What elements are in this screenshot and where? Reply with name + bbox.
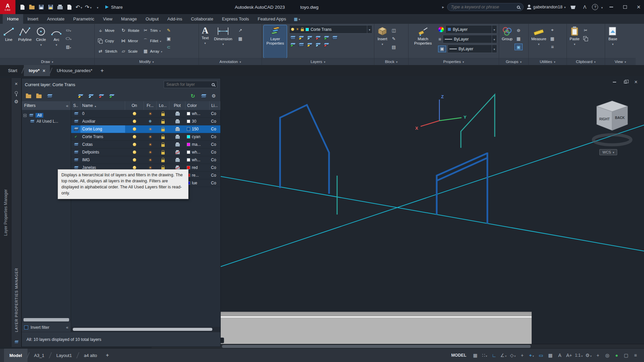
plot-icon[interactable]: [175, 143, 180, 146]
ungroup-button[interactable]: [515, 27, 522, 33]
paste-button[interactable]: Paste: [569, 25, 581, 58]
new-file-button[interactable]: [18, 2, 27, 12]
unlock-icon[interactable]: [161, 160, 165, 162]
new-layer-button[interactable]: [76, 93, 84, 99]
customize-qat-button[interactable]: [93, 2, 102, 12]
help-search-box[interactable]: [447, 3, 524, 11]
id-point-button[interactable]: [549, 27, 556, 33]
plot-icon[interactable]: [175, 159, 180, 162]
plot-icon[interactable]: [175, 113, 180, 116]
new-layout-button[interactable]: [102, 352, 112, 358]
scrollbar-thumb[interactable]: [73, 328, 212, 331]
table-button[interactable]: [236, 36, 244, 42]
column-lock[interactable]: Lo...: [157, 101, 169, 110]
help-dropdown-icon[interactable]: [601, 4, 603, 10]
ribbon-tab-express-tools[interactable]: Express Tools: [218, 14, 254, 24]
redo-dropdown-icon[interactable]: [90, 4, 92, 10]
lineweight-display-button[interactable]: ▭: [536, 351, 545, 360]
color-swatch[interactable]: [187, 120, 190, 123]
circle-button[interactable]: Circle: [34, 25, 48, 58]
horizontal-scrollbar[interactable]: [152, 344, 644, 348]
collapse-filters-icon[interactable]: [66, 103, 68, 108]
mirror-button[interactable]: Mirror: [119, 38, 141, 44]
thaw-icon[interactable]: [148, 111, 152, 116]
thaw-icon[interactable]: [148, 142, 152, 147]
invert-filter-checkbox[interactable]: [24, 325, 28, 329]
layer-on-icon[interactable]: [133, 158, 136, 162]
selection-cycling-button[interactable]: ▩: [546, 351, 555, 360]
ribbon-tab-insert[interactable]: Insert: [23, 14, 43, 24]
column-linetype[interactable]: Li...: [210, 101, 220, 110]
layer-match-button[interactable]: [331, 35, 338, 41]
rectangle-tool-button[interactable]: [65, 27, 72, 33]
layer-unisolate-button[interactable]: [298, 42, 305, 48]
customization-button[interactable]: ≡: [631, 351, 640, 360]
arc-button[interactable]: Arc: [49, 25, 63, 58]
file-tab-uhouse_paredes[interactable]: UHouse_paredes*: [52, 65, 97, 76]
drawing-restore-button[interactable]: [623, 79, 628, 85]
search-expand-icon[interactable]: [442, 5, 444, 9]
explode-button[interactable]: [165, 36, 172, 42]
close-file-tab-icon[interactable]: [43, 68, 45, 73]
layer-states-manager-button[interactable]: [46, 93, 53, 99]
maximize-button[interactable]: [620, 0, 630, 14]
chevron-down-icon[interactable]: [493, 47, 495, 51]
dimension-button[interactable]: Dimension: [213, 25, 233, 58]
quick-calculator-button[interactable]: [549, 36, 556, 42]
layer-walk-button[interactable]: [323, 42, 330, 48]
layout-tab-layout1[interactable]: Layout1: [51, 349, 77, 362]
chevron-down-icon[interactable]: [493, 37, 495, 42]
group-edit-button[interactable]: [515, 36, 522, 42]
linetype-dropdown[interactable]: ByLayer: [447, 45, 497, 53]
layer-off-button[interactable]: [289, 35, 296, 41]
app-manager-button[interactable]: [580, 2, 589, 12]
layer-row-corte-long[interactable]: Corte Long150Co: [71, 125, 220, 133]
fillet-button[interactable]: Fillet: [141, 38, 164, 44]
column-name[interactable]: Name: [80, 101, 125, 110]
graphics-performance-button[interactable]: ●: [612, 351, 621, 360]
layer-on-icon[interactable]: [133, 166, 136, 169]
group-selection-button[interactable]: [515, 44, 522, 50]
scrollbar-thumb[interactable]: [222, 345, 531, 348]
drawing-close-button[interactable]: [633, 79, 639, 85]
layout-tab-model[interactable]: Model: [4, 349, 28, 362]
thaw-icon[interactable]: [148, 150, 152, 155]
layer-on-icon[interactable]: [133, 143, 136, 146]
chevron-down-icon[interactable]: [538, 42, 540, 46]
plot-button[interactable]: [56, 2, 64, 12]
search-icon[interactable]: [517, 6, 520, 9]
minimize-button[interactable]: [606, 0, 616, 14]
draw-panel-label[interactable]: Draw: [0, 58, 94, 65]
color-swatch[interactable]: [187, 135, 190, 138]
insert-button[interactable]: Insert: [376, 25, 389, 58]
quick-select-button[interactable]: [549, 44, 556, 50]
modify-panel-label[interactable]: Modify: [95, 58, 199, 65]
settings-button[interactable]: [210, 93, 217, 99]
layer-on-icon[interactable]: [133, 112, 136, 115]
layer-row-img[interactable]: IMGwh...Co: [71, 156, 220, 164]
collapse-icon[interactable]: [66, 325, 68, 330]
chevron-down-icon[interactable]: [40, 43, 42, 47]
color-swatch[interactable]: [187, 166, 190, 169]
ribbon-tab-view[interactable]: View: [99, 14, 117, 24]
snap-mode-button[interactable]: ∷: [480, 351, 489, 360]
refresh-button[interactable]: [189, 93, 197, 99]
column-on[interactable]: On: [125, 101, 144, 110]
view-cube-compass[interactable]: [593, 135, 631, 145]
layer-on-icon[interactable]: [133, 150, 136, 154]
group-button[interactable]: Group: [501, 25, 514, 58]
list-icon[interactable]: [438, 37, 441, 42]
text-button[interactable]: A Text: [201, 25, 210, 58]
properties-panel-label[interactable]: Properties: [409, 58, 499, 65]
transparency-button[interactable]: [438, 46, 446, 52]
unlock-icon[interactable]: [161, 113, 165, 116]
ribbon-tab-collaborate[interactable]: Collaborate: [186, 14, 218, 24]
color-swatch[interactable]: [187, 150, 190, 154]
lineweight-dropdown[interactable]: ByLayer: [443, 35, 497, 43]
annotation-visibility-button[interactable]: A: [555, 351, 564, 360]
palette-properties-button[interactable]: [13, 99, 19, 105]
layer-properties-button[interactable]: Layer Properties: [264, 25, 287, 58]
layer-unlock-button[interactable]: [314, 42, 321, 48]
polar-tracking-button[interactable]: ∠: [499, 351, 508, 360]
chevron-down-icon[interactable]: [222, 42, 224, 46]
